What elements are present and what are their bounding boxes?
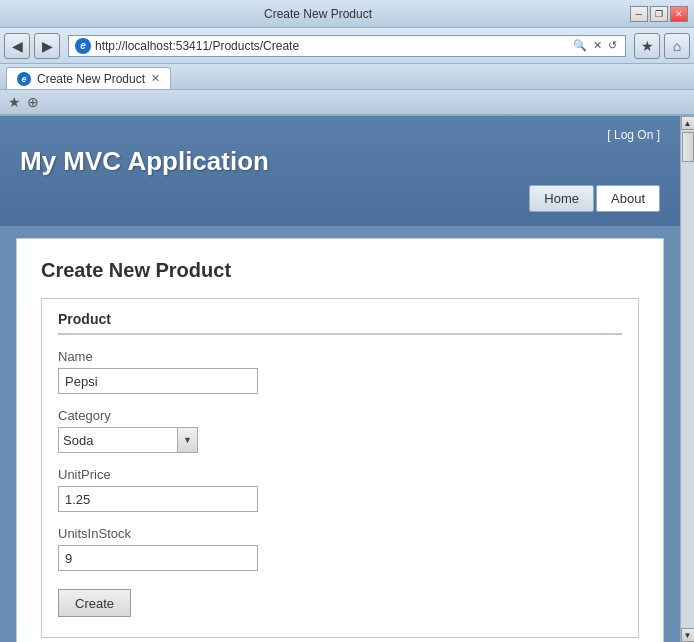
unit-price-input[interactable]: [58, 486, 258, 512]
app-header: [ Log On ] My MVC Application Home About: [0, 116, 680, 226]
stop-icon[interactable]: ✕: [591, 39, 604, 52]
category-select-wrapper: Soda Juice Water Other ▼: [58, 427, 622, 453]
log-on-link[interactable]: [ Log On ]: [607, 128, 660, 142]
favorites-button[interactable]: ★: [634, 33, 660, 59]
name-input[interactable]: [58, 368, 258, 394]
units-in-stock-label: UnitsInStock: [58, 526, 622, 541]
units-in-stock-field-group: UnitsInStock: [58, 526, 622, 571]
unit-price-label: UnitPrice: [58, 467, 622, 482]
tab-bar: e Create New Product ✕: [0, 64, 694, 90]
scroll-down-button[interactable]: ▼: [681, 628, 695, 642]
form-section-title: Product: [58, 311, 622, 335]
title-bar-text: Create New Product: [6, 7, 630, 21]
name-label: Name: [58, 349, 622, 364]
nav-bar: ◀ ▶ e http://localhost:53411/Products/Cr…: [0, 28, 694, 64]
page-heading: Create New Product: [41, 259, 639, 282]
units-in-stock-input[interactable]: [58, 545, 258, 571]
minimize-button[interactable]: ─: [630, 6, 648, 22]
close-button[interactable]: ✕: [670, 6, 688, 22]
app-title: My MVC Application: [20, 146, 660, 177]
active-tab[interactable]: e Create New Product ✕: [6, 67, 171, 89]
select-arrow-icon[interactable]: ▼: [178, 427, 198, 453]
form-section: Product Name Category Soda Juice: [41, 298, 639, 638]
restore-button[interactable]: ❐: [650, 6, 668, 22]
log-on-area: [ Log On ]: [20, 128, 660, 142]
address-bar: e http://localhost:53411/Products/Create…: [68, 35, 626, 57]
fav-add-icon[interactable]: ⊕: [27, 94, 39, 110]
category-select[interactable]: Soda Juice Water Other: [58, 427, 178, 453]
address-icons: 🔍 ✕ ↺: [571, 39, 619, 52]
nav-menu: Home About: [20, 185, 660, 218]
title-bar-buttons: ─ ❐ ✕: [630, 6, 688, 22]
main-content: Create New Product Product Name Category…: [16, 238, 664, 642]
page-content: [ Log On ] My MVC Application Home About…: [0, 116, 680, 642]
name-field-group: Name: [58, 349, 622, 394]
home-icon[interactable]: ⌂: [664, 33, 690, 59]
tab-close-button[interactable]: ✕: [151, 72, 160, 85]
refresh-icon[interactable]: ↺: [606, 39, 619, 52]
category-label: Category: [58, 408, 622, 423]
scrollbar: ▲ ▼: [680, 116, 694, 642]
back-button[interactable]: ◀: [4, 33, 30, 59]
address-text[interactable]: http://localhost:53411/Products/Create: [95, 39, 567, 53]
favorites-bar: ★ ⊕: [0, 90, 694, 116]
unit-price-field-group: UnitPrice: [58, 467, 622, 512]
category-field-group: Category Soda Juice Water Other ▼: [58, 408, 622, 453]
forward-button[interactable]: ▶: [34, 33, 60, 59]
tab-ie-icon: e: [17, 72, 31, 86]
scroll-thumb[interactable]: [682, 132, 694, 162]
scroll-up-button[interactable]: ▲: [681, 116, 695, 130]
create-button[interactable]: Create: [58, 589, 131, 617]
page-area: [ Log On ] My MVC Application Home About…: [0, 116, 694, 642]
ie-icon: e: [75, 38, 91, 54]
search-icon[interactable]: 🔍: [571, 39, 589, 52]
about-nav-button[interactable]: About: [596, 185, 660, 212]
fav-star-icon[interactable]: ★: [8, 94, 21, 110]
title-bar: Create New Product ─ ❐ ✕: [0, 0, 694, 28]
tab-label: Create New Product: [37, 72, 145, 86]
browser-window: Create New Product ─ ❐ ✕ ◀ ▶ e http://lo…: [0, 0, 694, 642]
home-nav-button[interactable]: Home: [529, 185, 594, 212]
